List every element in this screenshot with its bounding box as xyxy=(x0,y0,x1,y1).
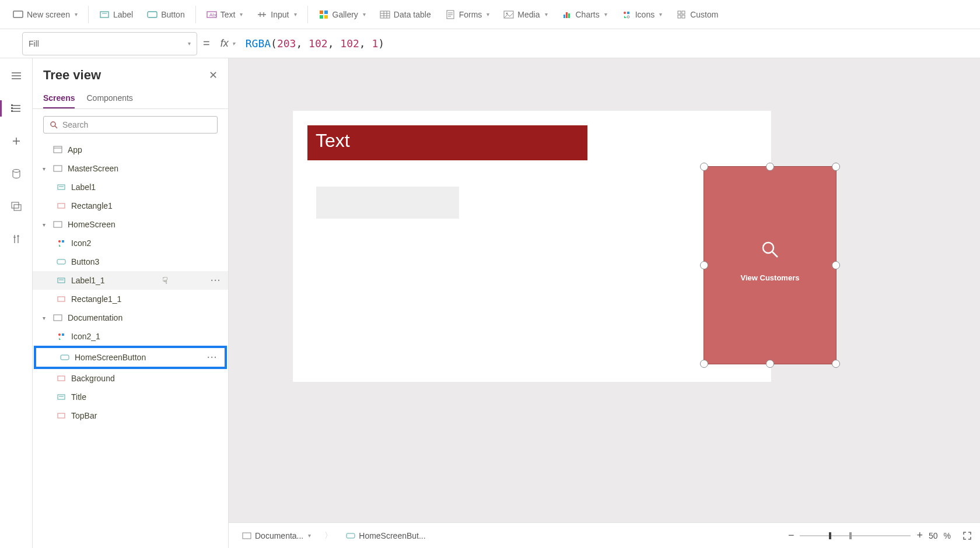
tree-item-masterscreen[interactable]: ▾ MasterScreen xyxy=(33,159,228,178)
svg-point-29 xyxy=(51,122,55,127)
hamburger-button[interactable] xyxy=(5,64,28,87)
svg-rect-2 xyxy=(148,12,157,17)
fx-button[interactable]: fx▾ xyxy=(216,37,240,50)
insert-button[interactable] xyxy=(5,129,28,153)
input-icon xyxy=(257,9,267,20)
resize-handle[interactable] xyxy=(832,360,840,368)
resize-handle[interactable] xyxy=(700,360,708,368)
tree-list: App ▾ MasterScreen Label1 Rectangle1 ▾ H… xyxy=(33,140,228,548)
canvas-grey-box[interactable] xyxy=(316,187,459,219)
canvas-area[interactable]: Text View Customers Documenta... ▾ xyxy=(229,58,980,548)
chevron-down-icon[interactable]: ▾ xyxy=(40,222,48,228)
tab-components[interactable]: Components xyxy=(86,89,132,108)
forms-button[interactable]: Forms ▾ xyxy=(438,6,497,23)
search-input[interactable]: Search xyxy=(43,116,218,134)
tree-item-background[interactable]: Background xyxy=(33,369,228,388)
button-button[interactable]: Button xyxy=(140,6,191,23)
tree-item-homescreenbutton[interactable]: HomeScreenButton ··· xyxy=(36,348,225,367)
svg-rect-33 xyxy=(58,203,65,208)
tree-item-label1-1[interactable]: Label1_1 ☟ ··· xyxy=(33,271,228,290)
zoom-in-button[interactable]: + xyxy=(916,529,923,542)
tree-item-icon2[interactable]: Icon2 xyxy=(33,234,228,252)
canvas-header-rect[interactable]: Text xyxy=(307,125,587,160)
resize-handle[interactable] xyxy=(832,163,840,171)
tree-view-button[interactable] xyxy=(5,97,28,120)
media-button[interactable]: Media ▾ xyxy=(496,6,554,23)
selected-highlight: HomeScreenButton ··· xyxy=(34,346,227,369)
gallery-button[interactable]: Gallery ▾ xyxy=(312,6,373,23)
chevron-down-icon[interactable]: ▾ xyxy=(40,315,48,321)
resize-handle[interactable] xyxy=(700,261,708,269)
svg-point-16 xyxy=(624,12,626,14)
breadcrumb-control[interactable]: HomeScreenBut... xyxy=(341,528,430,543)
svg-rect-19 xyxy=(678,11,681,14)
resize-handle[interactable] xyxy=(700,163,708,171)
tree-item-title[interactable]: Title xyxy=(33,388,228,406)
property-selector[interactable]: Fill ▾ xyxy=(22,32,197,55)
tree-item-button3[interactable]: Button3 xyxy=(33,252,228,271)
chevron-down-icon: ▾ xyxy=(188,40,191,47)
tree-item-label1[interactable]: Label1 xyxy=(33,178,228,196)
media-label: Media xyxy=(517,10,540,19)
canvas-selected-button[interactable]: View Customers xyxy=(704,166,836,364)
media-rail-button[interactable] xyxy=(5,195,28,218)
svg-text:Abc: Abc xyxy=(209,12,217,17)
svg-rect-30 xyxy=(54,146,62,153)
cursor-icon: ☟ xyxy=(162,275,168,286)
breadcrumb-screen[interactable]: Documenta... ▾ xyxy=(237,528,316,543)
chevron-down-icon: ▾ xyxy=(308,532,311,539)
datatable-button[interactable]: Data table xyxy=(373,6,438,23)
svg-rect-25 xyxy=(11,110,13,112)
text-button[interactable]: Abc Text ▾ xyxy=(200,6,250,23)
icons-icon xyxy=(56,331,66,342)
chevron-down-icon: ▾ xyxy=(659,11,662,17)
chevron-down-icon: ▾ xyxy=(363,11,366,17)
close-icon[interactable]: ✕ xyxy=(209,69,218,82)
tree-item-homescreen[interactable]: ▾ HomeScreen xyxy=(33,215,228,234)
zoom-slider[interactable] xyxy=(800,535,911,536)
fullscreen-icon[interactable] xyxy=(963,531,972,540)
button-icon xyxy=(60,352,70,363)
input-button[interactable]: Input ▾ xyxy=(250,6,303,23)
resize-handle[interactable] xyxy=(832,261,840,269)
charts-label: Charts xyxy=(576,10,600,19)
input-label: Input xyxy=(271,10,289,19)
label-icon xyxy=(56,182,66,192)
icons-button[interactable]: Icons ▾ xyxy=(614,6,669,23)
tree-item-rectangle1[interactable]: Rectangle1 xyxy=(33,196,228,215)
tree-item-icon2-1[interactable]: Icon2_1 xyxy=(33,327,228,346)
formula-input[interactable]: RGBA(203, 102, 102, 1) xyxy=(246,37,385,50)
rectangle-icon xyxy=(56,201,66,211)
chevron-down-icon[interactable]: ▾ xyxy=(40,166,48,172)
charts-icon xyxy=(562,9,572,20)
more-icon[interactable]: ··· xyxy=(211,276,221,285)
screen-artboard[interactable]: Text View Customers xyxy=(293,111,771,382)
gallery-label: Gallery xyxy=(332,10,358,19)
svg-rect-37 xyxy=(57,259,65,264)
resize-handle[interactable] xyxy=(766,163,774,171)
label-button[interactable]: Label xyxy=(92,6,140,23)
zoom-value: 50 xyxy=(929,531,938,540)
charts-button[interactable]: Charts ▾ xyxy=(555,6,614,23)
zoom-thumb[interactable] xyxy=(829,532,831,539)
button-icon xyxy=(346,532,355,539)
media-icon xyxy=(503,9,514,20)
svg-point-47 xyxy=(763,243,774,253)
tree-item-documentation[interactable]: ▾ Documentation xyxy=(33,308,228,327)
tab-screens[interactable]: Screens xyxy=(43,89,75,108)
tree-item-rectangle1-1[interactable]: Rectangle1_1 xyxy=(33,290,228,308)
svg-rect-24 xyxy=(11,107,13,109)
new-screen-button[interactable]: New screen ▾ xyxy=(6,6,85,23)
tree-title: Tree view xyxy=(43,68,101,83)
data-button[interactable] xyxy=(5,162,28,185)
tools-button[interactable] xyxy=(5,227,28,251)
custom-button[interactable]: Custom xyxy=(669,6,725,23)
svg-point-35 xyxy=(58,240,61,243)
zoom-out-button[interactable]: − xyxy=(788,529,794,542)
icons-icon xyxy=(56,238,66,248)
more-icon[interactable]: ··· xyxy=(207,353,218,362)
tree-item-app[interactable]: App xyxy=(33,140,228,159)
tree-item-topbar[interactable]: TopBar xyxy=(33,406,228,425)
resize-handle[interactable] xyxy=(766,360,774,368)
table-icon xyxy=(380,9,390,20)
